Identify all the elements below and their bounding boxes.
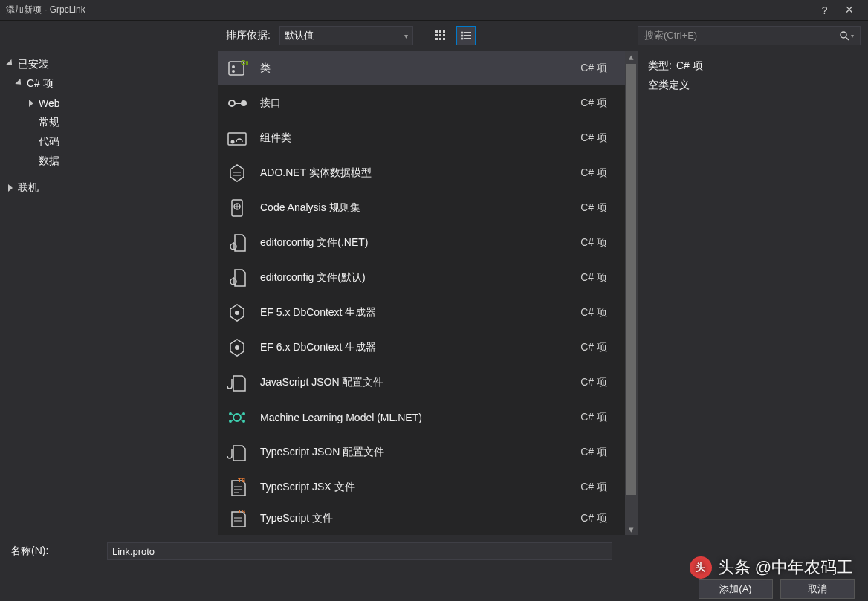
svg-rect-0 — [435, 30, 438, 33]
name-input[interactable] — [107, 542, 612, 560]
category-tree: 已安装 C# 项 Web 常规 代码 数据 联机 — [0, 51, 218, 535]
svg-point-33 — [235, 345, 239, 350]
template-list-wrap: C# 类 C# 项 接口 C# 项 组件类 C# 项 — [218, 51, 638, 535]
list-item[interactable]: TypeScript JSON 配置文件 C# 项 — [218, 435, 625, 470]
scroll-thumb[interactable] — [626, 64, 636, 495]
detail-pane: 类型: C# 项 空类定义 — [638, 51, 868, 535]
svg-rect-3 — [435, 34, 438, 36]
tree-code[interactable]: 代码 — [0, 132, 218, 152]
type-value: C# 项 — [676, 59, 703, 73]
svg-point-34 — [233, 414, 241, 421]
ruleset-icon — [224, 195, 250, 221]
svg-point-11 — [461, 35, 463, 37]
mlnet-icon — [224, 405, 250, 430]
list-item[interactable]: TS TypeScript 文件 C# 项 — [218, 504, 625, 533]
ef5-icon — [224, 300, 250, 325]
svg-point-13 — [461, 38, 463, 40]
svg-rect-4 — [439, 34, 441, 36]
list-item[interactable]: editorconfig 文件(.NET) C# 项 — [218, 225, 625, 260]
svg-rect-2 — [443, 30, 445, 33]
svg-point-15 — [841, 32, 846, 38]
list-item[interactable]: JavaScript JSON 配置文件 C# 项 — [218, 365, 625, 400]
type-label: 类型: — [648, 59, 672, 73]
main-content: 已安装 C# 项 Web 常规 代码 数据 联机 — [0, 51, 868, 535]
editorconfig-icon — [224, 230, 250, 256]
sort-dropdown[interactable]: 默认值 ▾ — [279, 26, 413, 45]
svg-rect-7 — [439, 38, 441, 40]
ado-icon — [224, 160, 250, 186]
svg-rect-6 — [435, 38, 438, 40]
search-input[interactable]: 搜索(Ctrl+E) ▾ — [638, 26, 861, 45]
svg-rect-8 — [443, 38, 445, 40]
class-icon: C# — [224, 56, 250, 81]
tree-web[interactable]: Web — [0, 94, 218, 113]
help-button[interactable]: ? — [822, 4, 828, 16]
svg-rect-1 — [439, 30, 441, 33]
svg-rect-24 — [228, 133, 246, 145]
svg-point-36 — [242, 412, 245, 415]
list-item[interactable]: TS TypeScript JSX 文件 C# 项 — [218, 470, 625, 504]
tree-online[interactable]: 联机 — [0, 178, 218, 198]
svg-point-19 — [232, 65, 235, 68]
sort-value: 默认值 — [285, 29, 314, 42]
svg-point-23 — [241, 100, 247, 106]
sort-label: 排序依据: — [226, 29, 271, 42]
interface-icon — [224, 91, 250, 116]
json-js-icon — [224, 370, 250, 395]
list-item[interactable]: ADO.NET 实体数据模型 C# 项 — [218, 155, 625, 190]
search-icon: ▾ — [839, 30, 854, 41]
list-item[interactable]: Machine Learning Model (ML.NET) C# 项 — [218, 400, 625, 435]
list-item[interactable]: EF 5.x DbContext 生成器 C# 项 — [218, 295, 625, 330]
svg-rect-5 — [443, 34, 445, 36]
description: 空类定义 — [648, 79, 690, 92]
tree-csharp[interactable]: C# 项 — [0, 74, 218, 94]
svg-rect-14 — [464, 38, 471, 39]
svg-text:TS: TS — [238, 508, 246, 515]
ts-icon: TS — [224, 506, 250, 531]
ef6-icon — [224, 335, 250, 360]
view-grid-button[interactable] — [431, 26, 450, 45]
toolbar-row: 排序依据: 默认值 ▾ 搜索(Ctrl+E) ▾ — [0, 21, 868, 51]
svg-point-37 — [229, 420, 232, 423]
tree-installed[interactable]: 已安装 — [0, 55, 218, 74]
svg-point-38 — [242, 420, 245, 423]
titlebar: 添加新项 - GrpcLink ? × — [0, 0, 868, 21]
name-label: 名称(N): — [9, 545, 100, 558]
scroll-down-icon[interactable]: ▾ — [625, 523, 638, 535]
list-item[interactable]: C# 类 C# 项 — [218, 51, 625, 85]
svg-text:TS: TS — [238, 477, 246, 484]
svg-rect-10 — [464, 32, 471, 33]
component-icon — [224, 126, 250, 151]
template-list: C# 类 C# 项 接口 C# 项 组件类 C# 项 — [218, 51, 625, 535]
svg-point-9 — [461, 32, 463, 34]
list-item[interactable]: 接口 C# 项 — [218, 85, 625, 120]
list-item[interactable]: EF 6.x DbContext 生成器 C# 项 — [218, 330, 625, 365]
svg-point-35 — [229, 412, 232, 415]
list-item[interactable]: editorconfig 文件(默认) C# 项 — [218, 260, 625, 295]
svg-rect-12 — [464, 35, 471, 36]
scrollbar[interactable]: ▴ ▾ — [625, 51, 638, 535]
list-item[interactable]: 组件类 C# 项 — [218, 120, 625, 155]
svg-point-32 — [235, 311, 239, 315]
svg-line-16 — [846, 37, 849, 40]
svg-text:C#: C# — [241, 59, 248, 66]
json-ts-icon — [224, 440, 250, 465]
chevron-down-icon: ▾ — [404, 32, 408, 40]
footer: 名称(N): 添加(A) 取消 — [0, 535, 868, 601]
svg-point-25 — [231, 140, 235, 143]
close-button[interactable]: × — [845, 2, 853, 18]
list-item[interactable]: Code Analysis 规则集 C# 项 — [218, 190, 625, 225]
svg-point-21 — [229, 100, 235, 106]
window-controls: ? × — [822, 2, 862, 18]
editorconfig-default-icon — [224, 265, 250, 290]
tsx-icon: TS — [224, 475, 250, 500]
cancel-button[interactable]: 取消 — [780, 579, 855, 599]
scroll-up-icon[interactable]: ▴ — [625, 51, 638, 62]
tree-data[interactable]: 数据 — [0, 152, 218, 171]
view-list-button[interactable] — [456, 26, 476, 45]
search-placeholder: 搜索(Ctrl+E) — [644, 29, 697, 42]
window-title: 添加新项 - GrpcLink — [6, 4, 85, 16]
add-button[interactable]: 添加(A) — [699, 579, 773, 599]
tree-general[interactable]: 常规 — [0, 113, 218, 132]
svg-point-20 — [232, 70, 235, 73]
